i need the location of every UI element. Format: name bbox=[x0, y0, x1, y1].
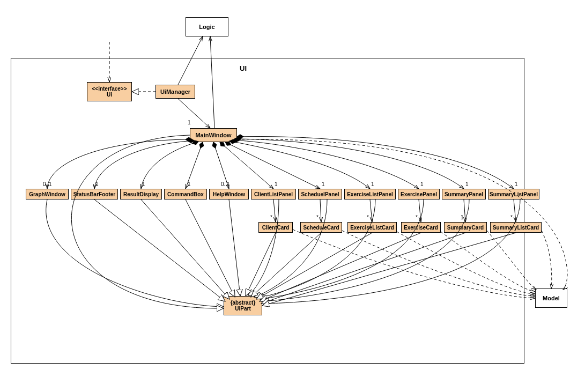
commandbox-label: CommandBox bbox=[167, 191, 204, 197]
ui-frame-label: UI bbox=[240, 64, 247, 72]
commandbox-box: CommandBox bbox=[164, 189, 207, 199]
exercisecard-label: ExerciseCard bbox=[404, 225, 438, 231]
summarypanel-box: SummaryPanel bbox=[442, 189, 486, 199]
mult-clientcard: * bbox=[270, 215, 272, 220]
clientlistpanel-box: ClientListPanel bbox=[251, 189, 296, 199]
resultdisplay-box: ResultDisplay bbox=[120, 189, 162, 199]
uipart-stereotype: {abstract} bbox=[231, 300, 256, 306]
clientlistpanel-label: ClientListPanel bbox=[254, 191, 293, 197]
exerciselistpanel-box: ExerciseListPanel bbox=[344, 189, 396, 199]
exerciselistcard-box: ExerciseListCard bbox=[347, 222, 397, 233]
mult-statusbarfooter: 1 bbox=[95, 181, 99, 187]
model-box: Model bbox=[535, 289, 567, 308]
mult-helpwindow: 0..1 bbox=[221, 181, 230, 187]
statusbarfooter-box: StatusBarFooter bbox=[71, 189, 118, 199]
mult-graphwindow: 0..1 bbox=[43, 181, 52, 187]
ui-interface-name: Ui bbox=[107, 92, 112, 98]
model-label: Model bbox=[543, 295, 560, 301]
resultdisplay-label: ResultDisplay bbox=[123, 191, 159, 197]
summarylistcard-label: SummaryListCard bbox=[493, 225, 539, 231]
mult-commandbox: 1 bbox=[188, 181, 191, 187]
clientcard-box: ClientCard bbox=[258, 222, 293, 233]
summarylistpanel-box: SummaryListPanel bbox=[488, 189, 539, 199]
exercisepanel-box: ExercisePanel bbox=[398, 189, 440, 199]
schedulecard-box: ScheduleCard bbox=[300, 222, 342, 233]
logic-box: Logic bbox=[186, 17, 228, 36]
scheduelpanel-label: ScheduelPanel bbox=[301, 191, 339, 197]
uimanager-box: UiManager bbox=[155, 85, 195, 99]
summarycard-label: SummaryCard bbox=[447, 225, 484, 231]
summarylistpanel-label: SummaryListPanel bbox=[490, 191, 538, 197]
summarypanel-label: SummaryPanel bbox=[445, 191, 483, 197]
scheduelpanel-box: ScheduelPanel bbox=[298, 189, 342, 199]
mult-exerciselistpanel: 1 bbox=[371, 181, 374, 187]
statusbarfooter-label: StatusBarFooter bbox=[73, 191, 115, 197]
mult-resultdisplay: 1 bbox=[142, 181, 145, 187]
mult-summarylistcard: * bbox=[510, 215, 513, 220]
uipart-box: {abstract} UiPart bbox=[224, 296, 262, 315]
ui-interface-stereotype: <<interface>> bbox=[92, 86, 127, 92]
mult-schedulecard: * bbox=[316, 215, 319, 220]
mainwindow-box: MainWindow bbox=[190, 128, 237, 142]
logic-label: Logic bbox=[199, 24, 214, 30]
mult-exercisepanel: 1 bbox=[420, 181, 424, 187]
mult-summarypanel: 1 bbox=[465, 181, 469, 187]
ui-frame bbox=[11, 58, 524, 364]
exercisecard-box: ExerciseCard bbox=[401, 222, 441, 233]
mult-exerciselistcard: * bbox=[367, 215, 369, 220]
uimanager-label: UiManager bbox=[160, 88, 190, 95]
schedulecard-label: ScheduleCard bbox=[303, 225, 339, 231]
ui-interface-box: <<interface>> Ui bbox=[87, 82, 132, 101]
clientcard-label: ClientCard bbox=[262, 225, 290, 231]
graphwindow-box: GraphWindow bbox=[26, 189, 69, 199]
mult-scheduelpanel: 1 bbox=[322, 181, 325, 187]
mult-exercisecard: * bbox=[416, 215, 418, 220]
mult-mw: 1 bbox=[188, 120, 191, 125]
mult-summarycard: 1 bbox=[461, 215, 464, 220]
exercisepanel-label: ExercisePanel bbox=[401, 191, 437, 197]
mult-summarylistpanel: 1 bbox=[515, 181, 518, 187]
exerciselistcard-label: ExerciseListCard bbox=[350, 225, 394, 231]
mult-clientlistpanel: 1 bbox=[275, 181, 278, 187]
summarylistcard-box: SummaryListCard bbox=[490, 222, 542, 233]
graphwindow-label: GraphWindow bbox=[29, 191, 65, 197]
summarycard-box: SummaryCard bbox=[444, 222, 487, 233]
mainwindow-label: MainWindow bbox=[195, 132, 231, 138]
helpwindow-box: HelpWindow bbox=[209, 189, 249, 199]
exerciselistpanel-label: ExerciseListPanel bbox=[347, 191, 393, 197]
uipart-name: UiPart bbox=[235, 306, 250, 312]
helpwindow-label: HelpWindow bbox=[213, 191, 245, 197]
